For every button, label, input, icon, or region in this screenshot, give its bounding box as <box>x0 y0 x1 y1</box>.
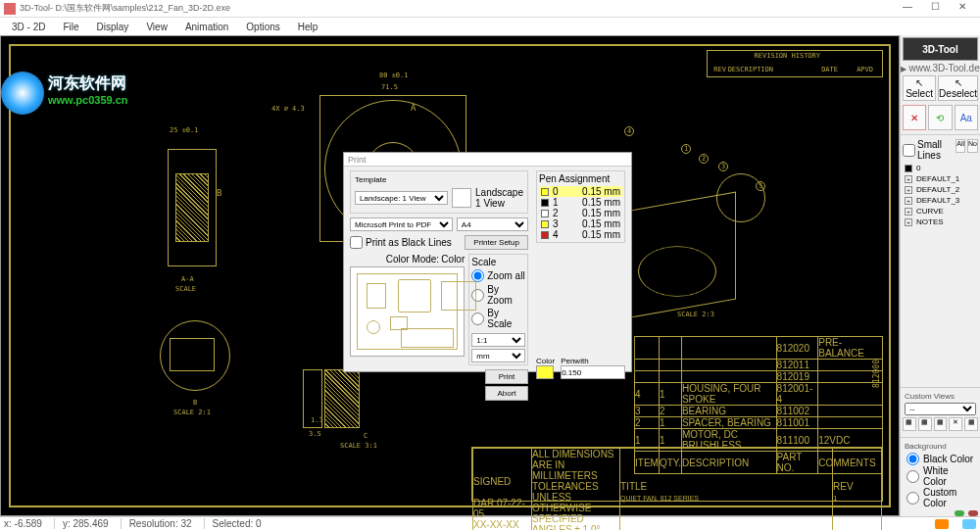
small-lines-checkbox[interactable] <box>903 144 915 157</box>
maximize-button[interactable]: ☐ <box>921 1 949 17</box>
cursor-icon: ↖ <box>915 77 923 88</box>
pen-label: Pen Assignment <box>539 173 622 184</box>
dim-35: 3.5 <box>309 430 321 438</box>
menu-options[interactable]: Options <box>238 21 287 33</box>
select-button[interactable]: ↖Select <box>903 75 936 101</box>
status-x: x: -6.589 <box>4 518 42 529</box>
pen-color-swatch[interactable] <box>536 365 554 379</box>
scale-zoomall-label: Zoom all <box>487 270 524 281</box>
pen-row-1[interactable]: 10.15 mm <box>539 197 622 208</box>
title-block: SIGNED DAR 07-22-05 XX-XX-XX ALL DIMENSI… <box>471 447 883 502</box>
background-label: Background <box>901 440 980 453</box>
balloon-5: 5 <box>756 181 765 191</box>
scale-ratio-select[interactable]: 1:1 <box>471 333 525 347</box>
status-y: y: 285.469 <box>54 518 109 529</box>
menu-animation[interactable]: Animation <box>177 21 236 33</box>
abort-button[interactable]: Abort <box>485 386 528 401</box>
text-tool-button[interactable]: Aa <box>955 105 978 130</box>
dim-80: 80 ±0.1 <box>379 72 409 79</box>
rev-col-apvd: APVD <box>857 66 873 73</box>
tree-item-curve[interactable]: +CURVE <box>901 206 980 217</box>
view-btn-2[interactable]: ▦ <box>918 417 932 431</box>
balloon-2: 2 <box>699 154 709 164</box>
scale-byscale-label: By Scale <box>487 308 525 329</box>
balloon-3: 3 <box>718 162 728 171</box>
logo-url: ▶ www.3D-Tool.de <box>901 63 980 73</box>
tray-icon-1 <box>935 519 949 529</box>
pen-row-4[interactable]: 40.15 mm <box>539 229 622 240</box>
app-icon <box>4 3 16 15</box>
status-resolution: Resolution: 32 <box>121 518 192 529</box>
rev-col-desc: DESCRIPTION <box>728 66 773 73</box>
balloon-4: 4 <box>624 126 634 136</box>
watermark-logo-icon <box>1 72 44 115</box>
menu-3d2d[interactable]: 3D - 2D <box>4 21 53 33</box>
tree-item-default2[interactable]: +DEFAULT_2 <box>901 184 980 195</box>
bg-custom-label: Custom Color <box>923 487 974 508</box>
undo-button[interactable]: ⟲ <box>928 105 952 130</box>
custom-views-select[interactable]: -- <box>905 403 976 415</box>
status-led-red-icon <box>968 510 978 516</box>
template-swatch[interactable] <box>452 188 471 208</box>
scale-byscale-radio[interactable] <box>471 313 484 325</box>
scale-unit-select[interactable]: mm <box>471 349 525 362</box>
bg-black-radio[interactable] <box>906 453 919 465</box>
status-selected: Selected: 0 <box>204 518 262 529</box>
scale-label: Scale <box>471 257 525 267</box>
all-button[interactable]: All <box>956 139 965 153</box>
bg-white-radio[interactable] <box>906 470 919 483</box>
paper-select[interactable]: A4 <box>457 217 528 231</box>
minimize-button[interactable]: — <box>894 1 921 17</box>
menu-view[interactable]: View <box>138 21 175 33</box>
menubar: 3D - 2D File Display View Animation Opti… <box>0 18 980 35</box>
pen-row-2[interactable]: 20.15 mm <box>539 208 622 218</box>
scale-byzoom-label: By Zoom <box>487 284 525 306</box>
dialog-title: Print <box>344 153 631 167</box>
close-button[interactable]: ✕ <box>949 1 976 17</box>
template-views-label: 1 View <box>475 198 523 209</box>
view-btn-3[interactable]: ▦ <box>934 417 948 431</box>
pen-color-label: Color <box>536 357 555 365</box>
template-select[interactable]: Landscape: 1 View <box>355 191 448 205</box>
revision-history-label: REVISION HISTORY <box>755 52 820 60</box>
view-btn-1[interactable]: ▦ <box>903 417 916 431</box>
print-black-label: Print as Black Lines <box>366 237 452 248</box>
menu-display[interactable]: Display <box>89 21 137 33</box>
dim-715: 71.5 <box>381 83 398 91</box>
balloon-1: 1 <box>681 144 691 154</box>
window-title: 3D-Tool- D:\国东软件网\samples\212_Fan_3D-2D.… <box>20 2 894 15</box>
view-btn-5[interactable]: ▦ <box>964 417 978 431</box>
rev-col-rev: REV <box>713 66 726 73</box>
pen-row-3[interactable]: 30.15 mm <box>539 218 622 229</box>
small-lines-label: Small Lines <box>917 139 954 161</box>
delete-button[interactable]: ✕ <box>903 105 926 130</box>
close-icon: ✕ <box>910 113 918 123</box>
print-button[interactable]: Print <box>485 369 528 384</box>
menu-help[interactable]: Help <box>290 21 326 33</box>
bg-custom-radio[interactable] <box>906 492 919 505</box>
print-black-checkbox[interactable] <box>350 236 363 249</box>
detail-b-label: B <box>193 399 197 407</box>
deselect-button[interactable]: ↖Deselect <box>938 75 978 101</box>
section-aa-label: A-A <box>181 275 194 283</box>
printer-setup-button[interactable]: Printer Setup <box>465 235 528 250</box>
dim-13: 1.3 <box>311 416 323 424</box>
dim-4x: 4X ⌀ 4.3 <box>271 105 305 113</box>
no-button[interactable]: No <box>967 139 978 153</box>
view-btn-4[interactable]: ✕ <box>949 417 962 431</box>
menu-file[interactable]: File <box>55 21 86 33</box>
bg-black-label: Black Color <box>923 454 973 464</box>
tree-item-notes[interactable]: +NOTES <box>901 217 980 227</box>
print-dialog: Print Template Landscape: 1 View Landsca… <box>343 152 632 372</box>
pen-row-0[interactable]: 00.15 mm <box>539 186 622 197</box>
detail-c-scale: SCALE 3:1 <box>340 442 377 450</box>
tree-item-0[interactable]: 0 <box>901 163 980 173</box>
pen-width-input[interactable] <box>561 365 625 379</box>
status-led-green-icon <box>955 510 964 516</box>
colormode-value: Color <box>441 254 465 265</box>
detail-c-label: C <box>364 432 368 440</box>
tree-item-default1[interactable]: +DEFAULT_1 <box>901 173 980 184</box>
tree-item-default3[interactable]: +DEFAULT_3 <box>901 195 980 206</box>
iso-scale: SCALE 2:3 <box>677 311 714 318</box>
printer-select[interactable]: Microsoft Print to PDF <box>350 217 453 231</box>
